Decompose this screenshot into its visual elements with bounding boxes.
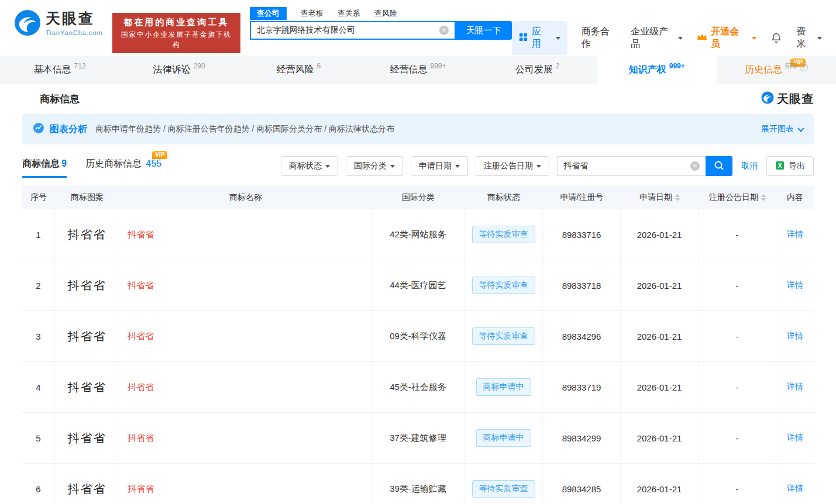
tianyancha-logo[interactable]: 天眼查 TianYanCha.com [14, 9, 103, 39]
apps-dropdown[interactable]: 应用 [512, 21, 567, 55]
tab-count: 712 [74, 62, 86, 70]
keyword-input[interactable] [563, 161, 690, 171]
subtab-history-trademark-info[interactable]: VIP 历史商标信息 455 [85, 158, 161, 178]
chevron-down-icon [325, 165, 330, 168]
search-submit-button[interactable]: 天眼一下 [456, 21, 512, 40]
cancel-search-link[interactable]: 取消 [741, 161, 758, 171]
trademark-image[interactable]: 抖省省 [68, 379, 106, 395]
trademark-name[interactable]: 抖省省 [128, 433, 154, 444]
header-image: 商标图案 [55, 186, 119, 209]
header-apply-date[interactable]: 申请日期 [621, 186, 699, 209]
nav-enterprise-products[interactable]: 企业级产品 [631, 26, 683, 50]
tianyancha-watermark: 天眼查 [761, 91, 814, 107]
filter-label: 商标状态 [289, 161, 322, 171]
status-badge: 等待实质审查 [472, 327, 535, 345]
cell-reg-no: 89833716 [543, 209, 621, 260]
open-vip-button[interactable]: 开通会员 [697, 26, 756, 50]
tab-basic-info[interactable]: 基本信息 712 [0, 56, 119, 84]
notification-bell-icon[interactable] [770, 32, 782, 44]
trademark-subtabs: 商标信息9 VIP 历史商标信息 455 [22, 158, 161, 178]
header-label: 申请日期 [639, 192, 672, 203]
header-reg-no: 申请/注册号 [543, 186, 621, 209]
nav-cooperation[interactable]: 商务合作 [582, 26, 617, 50]
header-right-nav: 应用 商务合作 企业级产品 开通会员 费米 [512, 21, 822, 55]
header-pub-date[interactable]: 注册公告日期 [699, 186, 776, 209]
company-search-input[interactable] [257, 26, 439, 35]
trademark-name[interactable]: 抖省省 [128, 331, 154, 342]
trademark-name[interactable]: 抖省省 [128, 484, 154, 495]
chart-analysis-bar: 图表分析 商标申请年份趋势 / 商标注册公告年份趋势 / 商标国际分类分布 / … [22, 114, 814, 144]
trademark-image[interactable]: 抖省省 [68, 329, 106, 344]
page-title: 商标信息 [40, 92, 80, 106]
tianyancha-logo-icon [761, 91, 774, 107]
detail-link[interactable]: 详情 [787, 433, 803, 443]
tab-legal-proceedings[interactable]: 法律诉讼 290 [119, 56, 239, 84]
trademark-name[interactable]: 抖省省 [128, 229, 154, 240]
table-row: 4 抖省省 抖省省 45类-社会服务 商标申请中 89833719 2026-0… [22, 362, 814, 413]
tab-operation-risk[interactable]: 经营风险 6 [239, 56, 358, 84]
status-badge: 等待实质审查 [472, 480, 535, 498]
header-no: 序号 [22, 186, 55, 209]
detail-link[interactable]: 详情 [787, 229, 803, 240]
tab-label: 公司发展 [515, 64, 553, 76]
filter-label: 申请日期 [419, 161, 452, 171]
tab-company-development[interactable]: 公司发展 2 [478, 56, 597, 84]
keyword-search-box: ✕ [557, 156, 706, 176]
brand-name: 天眼查 [46, 11, 103, 27]
keyword-search-button[interactable] [706, 156, 732, 176]
detail-link[interactable]: 详情 [787, 484, 803, 494]
chart-icon [33, 122, 44, 136]
detail-link[interactable]: 详情 [787, 331, 803, 341]
filter-trademark-status[interactable]: 商标状态 [281, 156, 338, 176]
chevron-down-icon [536, 165, 541, 168]
cell-reg-no: 89833718 [543, 260, 621, 310]
trademark-name[interactable]: 抖省省 [128, 280, 154, 291]
brand-domain: TianYanCha.com [46, 29, 103, 36]
trademark-name[interactable]: 抖省省 [128, 382, 154, 393]
cell-pub-date: - [699, 209, 776, 260]
chevron-down-icon [390, 165, 395, 168]
chart-links[interactable]: 商标申请年份趋势 / 商标注册公告年份趋势 / 商标国际分类分布 / 商标法律状… [95, 124, 394, 134]
table-row: 2 抖省省 抖省省 44类-医疗园艺 等待实质审查 89833718 2026-… [22, 260, 814, 311]
cell-intl-class: 09类-科学仪器 [372, 311, 465, 361]
clear-keyword-icon[interactable]: ✕ [690, 161, 700, 171]
search-tab-boss[interactable]: 查老板 [301, 8, 324, 19]
chevron-down-icon [752, 37, 756, 40]
tab-history-info[interactable]: VIP 历史信息 679 ? [717, 56, 836, 84]
user-menu[interactable]: 费米 [796, 26, 822, 50]
tab-label: 历史信息 [745, 64, 782, 76]
tab-operation-info[interactable]: 经营信息 999+ [358, 56, 477, 84]
header-name: 商标名称 [119, 186, 372, 209]
trademark-image[interactable]: 抖省省 [68, 481, 106, 497]
export-button[interactable]: X 导出 [766, 156, 814, 176]
table-row: 3 抖省省 抖省省 09类-科学仪器 等待实质审查 89834296 2026-… [22, 311, 814, 362]
cell-no: 6 [22, 464, 55, 504]
apps-label: 应用 [532, 26, 548, 50]
trademark-image[interactable]: 抖省省 [68, 227, 106, 243]
detail-link[interactable]: 详情 [787, 382, 803, 392]
trademark-image[interactable]: 抖省省 [68, 430, 106, 446]
sort-icon[interactable] [675, 194, 680, 201]
search-tab-risk[interactable]: 查风险 [374, 8, 397, 19]
search-tab-company[interactable]: 查公司 [250, 7, 287, 20]
detail-link[interactable]: 详情 [787, 280, 803, 291]
search-tab-relation[interactable]: 查关系 [338, 8, 360, 19]
filter-apply-date[interactable]: 申请日期 [411, 156, 468, 176]
filter-intl-class[interactable]: 国际分类 [346, 156, 403, 176]
trademark-image[interactable]: 抖省省 [68, 278, 106, 294]
chart-analysis-label[interactable]: 图表分析 [50, 123, 87, 136]
tab-label: 知识产权 [629, 64, 666, 76]
header-status: 商标状态 [465, 186, 543, 209]
table-row: 5 抖省省 抖省省 37类-建筑修理 商标申请中 89834299 2026-0… [22, 413, 814, 464]
subtab-trademark-info[interactable]: 商标信息9 [22, 158, 67, 178]
nav-enterprise-label: 企业级产品 [631, 26, 675, 50]
clear-search-icon[interactable]: ✕ [439, 26, 449, 35]
table-header-row: 序号 商标图案 商标名称 国际分类 商标状态 申请/注册号 申请日期 注册公告日… [22, 186, 814, 209]
tab-intellectual-property[interactable]: 知识产权 999+ [597, 56, 717, 84]
sort-icon[interactable] [761, 194, 766, 201]
filter-pub-date[interactable]: 注册公告日期 [476, 156, 549, 176]
expand-charts-button[interactable]: 展开图表 [761, 124, 803, 134]
keyword-search: ✕ [557, 156, 732, 176]
help-icon[interactable]: ? [800, 63, 808, 71]
crown-icon [697, 33, 707, 43]
